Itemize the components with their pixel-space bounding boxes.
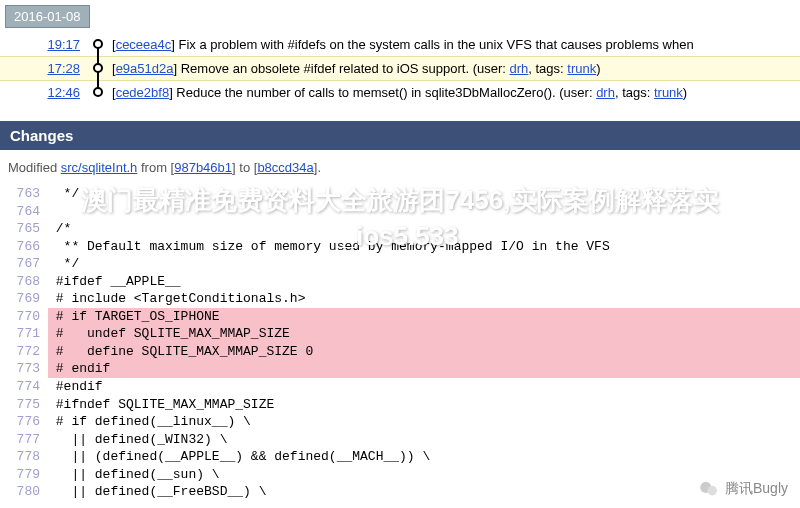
timeline-graph	[88, 85, 108, 97]
commit-hash-link[interactable]: cede2bf8	[116, 85, 170, 100]
line-content: #ifndef SQLITE_MAX_MMAP_SIZE	[48, 396, 800, 414]
date-tag: 2016-01-08	[5, 5, 90, 28]
code-line: 779 || defined(__sun) \	[0, 466, 800, 484]
modified-to-prefix: to	[236, 160, 254, 175]
line-content: # endif	[48, 360, 800, 378]
overlay-banner: 澳门最精准免费资料大全旅游团7456,实际案例解释落实_ios5.533	[70, 182, 730, 255]
modified-prefix: Modified	[8, 160, 61, 175]
line-number: 776	[0, 413, 48, 431]
code-line: 774 #endif	[0, 378, 800, 396]
line-content: || defined(_WIN32) \	[48, 431, 800, 449]
timeline-row: 19:17[ceceea4c] Fix a problem with #ifde…	[0, 33, 800, 56]
timeline-time-link[interactable]: 17:28	[47, 61, 80, 76]
code-line: 767 */	[0, 255, 800, 273]
timeline-row: 12:46[cede2bf8] Reduce the number of cal…	[0, 81, 800, 104]
line-number: 765	[0, 220, 48, 238]
timeline-graph	[88, 61, 108, 73]
user-link[interactable]: drh	[596, 85, 615, 100]
modified-mid: from	[137, 160, 170, 175]
line-content: || defined(__sun) \	[48, 466, 800, 484]
code-line: 770 # if TARGET_OS_IPHONE	[0, 308, 800, 326]
modified-suffix: ].	[314, 160, 321, 175]
watermark: 腾讯Bugly	[699, 480, 788, 498]
line-number: 770	[0, 308, 48, 326]
code-line: 768 #ifdef __APPLE__	[0, 273, 800, 291]
line-number: 773	[0, 360, 48, 378]
timeline-text: [cede2bf8] Reduce the number of calls to…	[108, 85, 800, 100]
line-number: 772	[0, 343, 48, 361]
wechat-icon	[699, 481, 719, 497]
timeline-text: [ceceea4c] Fix a problem with #ifdefs on…	[108, 37, 800, 52]
code-line: 772 # define SQLITE_MAX_MMAP_SIZE 0	[0, 343, 800, 361]
line-content: || (defined(__APPLE__) && defined(__MACH…	[48, 448, 800, 466]
line-number: 774	[0, 378, 48, 396]
line-number: 779	[0, 466, 48, 484]
line-number: 777	[0, 431, 48, 449]
commit-hash-link[interactable]: e9a51d2a	[116, 61, 174, 76]
line-content: # if TARGET_OS_IPHONE	[48, 308, 800, 326]
line-content: # if defined(__linux__) \	[48, 413, 800, 431]
timeline-graph	[88, 37, 108, 49]
line-content: #ifdef __APPLE__	[48, 273, 800, 291]
commit-hash-link[interactable]: ceceea4c	[116, 37, 172, 52]
diff-meta: Modified src/sqliteInt.h from [987b46b1]…	[0, 150, 800, 185]
code-line: 780 || defined(__FreeBSD__) \	[0, 483, 800, 501]
modified-from-link[interactable]: 987b46b1	[174, 160, 232, 175]
line-number: 764	[0, 203, 48, 221]
line-content: # include <TargetConditionals.h>	[48, 290, 800, 308]
line-content: # define SQLITE_MAX_MMAP_SIZE 0	[48, 343, 800, 361]
line-content: || defined(__FreeBSD__) \	[48, 483, 800, 501]
code-line: 771 # undef SQLITE_MAX_MMAP_SIZE	[0, 325, 800, 343]
svg-point-1	[707, 486, 717, 496]
line-number: 778	[0, 448, 48, 466]
code-line: 775 #ifndef SQLITE_MAX_MMAP_SIZE	[0, 396, 800, 414]
tag-link[interactable]: trunk	[654, 85, 683, 100]
line-number: 766	[0, 238, 48, 256]
line-number: 763	[0, 185, 48, 203]
watermark-text: 腾讯Bugly	[725, 480, 788, 498]
line-number: 767	[0, 255, 48, 273]
line-content: # undef SQLITE_MAX_MMAP_SIZE	[48, 325, 800, 343]
modified-file-link[interactable]: src/sqliteInt.h	[61, 160, 138, 175]
user-link[interactable]: drh	[509, 61, 528, 76]
code-line: 778 || (defined(__APPLE__) && defined(__…	[0, 448, 800, 466]
line-content: */	[48, 255, 800, 273]
line-number: 780	[0, 483, 48, 501]
code-line: 773 # endif	[0, 360, 800, 378]
tag-link[interactable]: trunk	[567, 61, 596, 76]
timeline-time-link[interactable]: 12:46	[47, 85, 80, 100]
timeline-row: 17:28[e9a51d2a] Remove an obsolete #ifde…	[0, 56, 800, 81]
line-number: 768	[0, 273, 48, 291]
line-number: 769	[0, 290, 48, 308]
timeline: 19:17[ceceea4c] Fix a problem with #ifde…	[0, 28, 800, 109]
line-content: #endif	[48, 378, 800, 396]
modified-to-link[interactable]: b8ccd34a	[257, 160, 313, 175]
timeline-text: [e9a51d2a] Remove an obsolete #ifdef rel…	[108, 61, 800, 76]
line-number: 771	[0, 325, 48, 343]
code-line: 769 # include <TargetConditionals.h>	[0, 290, 800, 308]
code-line: 777 || defined(_WIN32) \	[0, 431, 800, 449]
line-number: 775	[0, 396, 48, 414]
changes-header: Changes	[0, 121, 800, 150]
timeline-time-link[interactable]: 19:17	[47, 37, 80, 52]
code-line: 776 # if defined(__linux__) \	[0, 413, 800, 431]
